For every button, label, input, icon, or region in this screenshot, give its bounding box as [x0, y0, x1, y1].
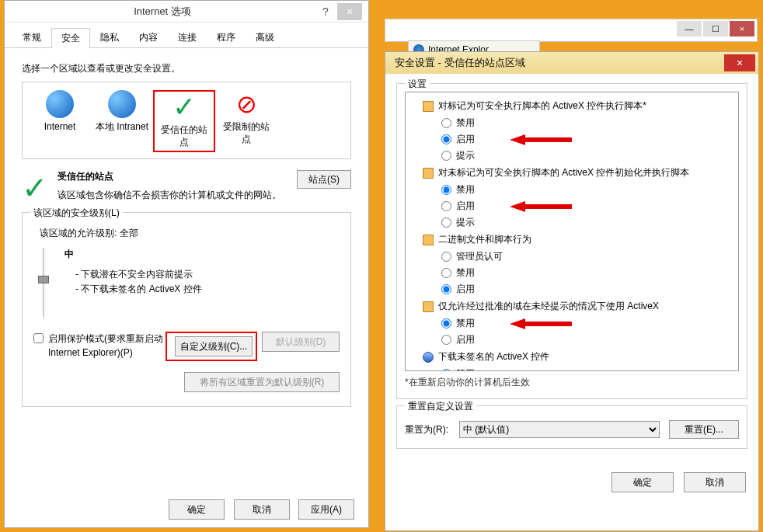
ok-button[interactable]: 确定	[611, 472, 674, 492]
allow-levels: 该区域的允许级别: 全部	[40, 227, 340, 240]
radio[interactable]	[441, 201, 451, 211]
watermark: ·系统之家	[694, 510, 755, 527]
close-icon[interactable]: ×	[724, 54, 755, 71]
setting-icon	[423, 235, 434, 245]
protect-mode-checkbox[interactable]	[33, 333, 44, 343]
check-icon: ✓	[170, 93, 198, 121]
ok-button[interactable]: 确定	[169, 499, 225, 520]
radio[interactable]	[441, 217, 451, 228]
radio[interactable]	[441, 318, 451, 329]
zone-description: ✓ 受信任的站点 该区域包含你确信不会损害你的计算机或文件的网站。	[22, 170, 297, 206]
reset-label: 重置为(R):	[405, 423, 459, 436]
zone-restricted[interactable]: ⊘ 受限制的站 点	[215, 90, 277, 152]
zone-desc-title: 受信任的站点	[57, 171, 113, 182]
default-level-button[interactable]: 默认级别(D)	[262, 332, 340, 352]
minimize-icon[interactable]: —	[677, 21, 702, 37]
radio[interactable]	[441, 369, 451, 371]
setting-group-header: 仅允许经过批准的域在未经提示的情况下使用 ActiveX	[409, 297, 735, 315]
setting-option[interactable]: 管理员认可	[409, 249, 735, 265]
setting-icon	[423, 352, 434, 363]
protect-mode-label: 启用保护模式(要求重新启动 Internet Explorer)(P)	[48, 332, 165, 360]
setting-option[interactable]: 禁用	[409, 265, 735, 281]
highlight-annotation: 自定义级别(C)...	[165, 332, 257, 361]
titlebar: Internet 选项 ? ×	[5, 1, 368, 23]
dialog-title: 安全设置 - 受信任的站点区域	[395, 56, 724, 70]
watermark-icon	[694, 510, 711, 527]
reset-select[interactable]: 中 (默认值)	[459, 421, 660, 438]
setting-group-header: 下载未签名的 ActiveX 控件	[409, 348, 735, 366]
zone-intranet[interactable]: 本地 Intranet	[91, 90, 153, 152]
security-slider[interactable]	[33, 248, 55, 318]
radio[interactable]	[441, 185, 451, 195]
tab-strip: 常规 安全 隐私 内容 连接 程序 高级	[5, 23, 368, 48]
titlebar: 安全设置 - 受信任的站点区域 ×	[385, 52, 758, 74]
setting-option[interactable]: 提示	[409, 214, 735, 231]
radio[interactable]	[441, 118, 451, 128]
setting-option[interactable]: 提示	[409, 148, 735, 164]
tab-programs[interactable]: 程序	[207, 27, 246, 47]
radio[interactable]	[441, 252, 451, 262]
setting-option[interactable]: 启用	[409, 332, 735, 348]
tab-content[interactable]: 内容	[129, 27, 168, 47]
tab-advanced[interactable]: 高级	[246, 27, 284, 47]
tab-security[interactable]: 安全	[51, 28, 90, 48]
annotation-arrow-icon	[510, 134, 572, 145]
zone-prompt: 选择一个区域以查看或更改安全设置。	[22, 62, 351, 75]
intranet-icon	[108, 90, 136, 118]
radio[interactable]	[441, 284, 451, 294]
setting-option[interactable]: 启用	[409, 131, 735, 148]
forbidden-icon: ⊘	[232, 90, 260, 118]
setting-option[interactable]: 禁用	[409, 315, 735, 332]
close-icon[interactable]: ×	[337, 3, 362, 20]
settings-tree[interactable]: 对标记为可安全执行脚本的 ActiveX 控件执行脚本*禁用启用提示对未标记为可…	[405, 92, 739, 371]
reset-button[interactable]: 重置(E)...	[669, 420, 739, 439]
setting-icon	[423, 301, 434, 312]
cancel-button[interactable]: 取消	[684, 472, 746, 492]
setting-option[interactable]: 禁用	[409, 115, 735, 131]
setting-option[interactable]: 禁用	[409, 182, 735, 198]
tab-general[interactable]: 常规	[12, 27, 51, 47]
radio[interactable]	[441, 151, 451, 161]
setting-icon	[423, 168, 434, 179]
annotation-arrow-icon	[510, 201, 572, 212]
setting-option[interactable]: 禁用	[409, 366, 735, 371]
radio[interactable]	[441, 134, 451, 144]
setting-option[interactable]: 启用	[409, 281, 735, 297]
zone-internet[interactable]: Internet	[29, 90, 91, 152]
restart-note: *在重新启动你的计算机后生效	[405, 376, 739, 389]
annotation-arrow-icon	[510, 318, 572, 329]
zone-desc-text: 该区域包含你确信不会损害你的计算机或文件的网站。	[57, 188, 281, 202]
radio[interactable]	[441, 335, 451, 345]
svg-marker-2	[510, 318, 572, 329]
sites-button[interactable]: 站点(S)	[297, 170, 351, 189]
zone-trusted[interactable]: ✓ 受信任的站 点	[153, 90, 215, 152]
radio[interactable]	[441, 268, 451, 278]
security-level-legend: 该区域的安全级别(L)	[30, 207, 123, 220]
cancel-button[interactable]: 取消	[234, 499, 290, 520]
settings-group: 设置 对标记为可安全执行脚本的 ActiveX 控件执行脚本*禁用启用提示对未标…	[396, 83, 747, 399]
close-icon[interactable]: ×	[730, 21, 754, 37]
tab-connections[interactable]: 连接	[168, 27, 207, 47]
maximize-icon[interactable]: ☐	[703, 21, 728, 37]
tab-privacy[interactable]: 隐私	[90, 27, 129, 47]
svg-marker-0	[510, 134, 572, 145]
setting-icon	[423, 101, 434, 112]
security-settings-dialog: 安全设置 - 受信任的站点区域 × 设置 对标记为可安全执行脚本的 Active…	[385, 51, 759, 531]
apply-button[interactable]: 应用(A)	[298, 499, 354, 520]
big-check-icon: ✓	[22, 170, 57, 206]
setting-group-header: 对标记为可安全执行脚本的 ActiveX 控件执行脚本*	[409, 97, 735, 115]
setting-group-header: 对未标记为可安全执行脚本的 ActiveX 控件初始化并执行脚本	[409, 164, 735, 182]
setting-option[interactable]: 启用	[409, 198, 735, 214]
reset-legend: 重置自定义设置	[405, 400, 476, 413]
slider-thumb[interactable]	[38, 276, 49, 283]
zone-list: Internet 本地 Intranet ✓ 受信任的站 点 ⊘ 受限制的站 点	[22, 82, 351, 159]
svg-marker-1	[510, 201, 572, 212]
settings-legend: 设置	[405, 78, 430, 91]
custom-level-button[interactable]: 自定义级别(C)...	[175, 336, 253, 356]
dialog-footer: 确定 取消	[385, 464, 758, 500]
setting-group-header: 二进制文件和脚本行为	[409, 231, 735, 249]
security-level-group: 该区域的安全级别(L) 该区域的允许级别: 全部 中 下载潜在不安全内容前提示 …	[22, 212, 351, 407]
help-icon[interactable]: ?	[314, 5, 337, 18]
reset-all-zones-button[interactable]: 将所有区域重置为默认级别(R)	[184, 372, 340, 392]
reset-group: 重置自定义设置 重置为(R): 中 (默认值) 重置(E)...	[396, 405, 747, 449]
